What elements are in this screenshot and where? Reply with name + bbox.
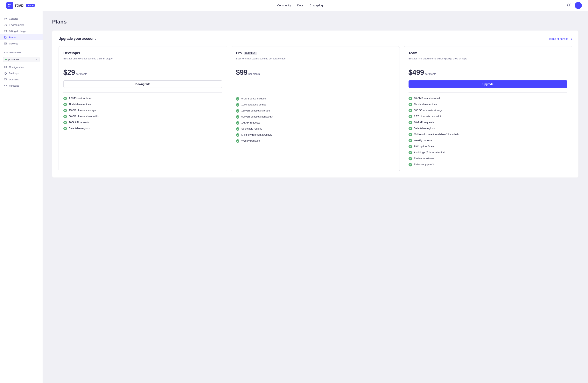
sidebar-item-domains[interactable]: Domains bbox=[0, 76, 42, 82]
feature-text: Weekly backups bbox=[414, 139, 432, 142]
feature-item: Selectable regions bbox=[409, 127, 567, 130]
check-icon bbox=[409, 121, 412, 124]
plans-icon bbox=[4, 36, 7, 39]
sidebar-item-configuration[interactable]: Configuration bbox=[0, 64, 42, 70]
plan-name-row-pro: Pro CURRENT bbox=[236, 51, 395, 55]
sidebar-label-general: General bbox=[9, 17, 18, 20]
check-icon bbox=[409, 133, 412, 136]
feature-text: 500 GB of assets storage bbox=[414, 109, 442, 112]
check-icon bbox=[236, 121, 239, 125]
feature-item: 500 GB of assets bandwidth bbox=[236, 115, 395, 119]
domains-icon bbox=[4, 78, 7, 81]
check-icon bbox=[63, 121, 67, 124]
price-amount-team: $499 bbox=[409, 68, 424, 77]
feature-text: Selectable regions bbox=[414, 127, 435, 130]
check-icon bbox=[236, 139, 239, 143]
feature-text: Multi-environment available (2 included) bbox=[414, 133, 459, 136]
check-icon bbox=[409, 103, 412, 106]
plan-name-team: Team bbox=[409, 51, 418, 55]
feature-text: 500 GB of assets bandwidth bbox=[241, 115, 273, 118]
feature-text: 15 GB of assets storage bbox=[69, 109, 96, 112]
sidebar-item-billing[interactable]: Billing & Usage bbox=[0, 28, 42, 34]
feature-text: Multi-environment available bbox=[241, 133, 272, 136]
check-icon bbox=[409, 97, 412, 100]
current-badge: CURRENT bbox=[244, 52, 257, 55]
sidebar-item-variables[interactable]: Variables bbox=[0, 82, 42, 89]
check-icon bbox=[63, 103, 67, 106]
environment-selector[interactable]: production ▾ bbox=[3, 57, 40, 62]
terms-label: Terms of service bbox=[548, 37, 568, 40]
feature-text: 1M API requests bbox=[241, 121, 260, 124]
plan-developer: Developer Best for an individual buildin… bbox=[59, 46, 227, 171]
backups-icon bbox=[4, 72, 7, 75]
feature-list-pro: 5 CMS seats included 100k database entri… bbox=[236, 97, 395, 143]
feature-item: Multi-environment available bbox=[236, 133, 395, 137]
nav-changelog[interactable]: Changelog bbox=[310, 4, 323, 7]
check-icon bbox=[63, 115, 67, 118]
check-icon bbox=[63, 109, 67, 112]
general-icon bbox=[4, 17, 7, 20]
check-icon bbox=[409, 145, 412, 148]
check-icon bbox=[236, 133, 239, 137]
feature-item: 150 GB of assets storage bbox=[236, 109, 395, 113]
nav-community[interactable]: Community bbox=[277, 4, 291, 7]
upgrade-button[interactable]: Upgrade bbox=[409, 80, 567, 88]
check-icon bbox=[409, 109, 412, 112]
sidebar-label-domains: Domains bbox=[9, 78, 19, 81]
plan-name-developer: Developer bbox=[63, 51, 80, 55]
sidebar-item-environments[interactable]: Environments bbox=[0, 22, 42, 28]
feature-text: Releases (up to 3) bbox=[414, 163, 435, 166]
feature-list-team: 10 CMS seats included 1M database entrie… bbox=[409, 96, 567, 166]
page-title: Plans bbox=[52, 19, 579, 25]
downgrade-button[interactable]: Downgrade bbox=[63, 80, 222, 88]
feature-item: Multi-environment available (2 included) bbox=[409, 133, 567, 136]
navbar-actions bbox=[566, 2, 582, 9]
pricing-grid: Developer Best for an individual buildin… bbox=[59, 46, 572, 171]
feature-text: 100k API requests bbox=[69, 121, 89, 124]
check-icon bbox=[409, 115, 412, 118]
plan-desc-team: Best for mid-sized teams building large … bbox=[409, 57, 567, 64]
sidebar-item-backups[interactable]: Backups bbox=[0, 70, 42, 76]
feature-item: 100k database entries bbox=[236, 103, 395, 107]
feature-item: 1M API requests bbox=[236, 121, 395, 125]
sidebar-label-billing: Billing & Usage bbox=[9, 30, 26, 33]
plan-name-pro: Pro bbox=[236, 51, 242, 55]
feature-item: 10M API requests bbox=[409, 121, 567, 124]
chevron-down-icon: ▾ bbox=[36, 58, 37, 61]
user-avatar[interactable] bbox=[575, 2, 582, 9]
svg-rect-6 bbox=[4, 30, 7, 32]
svg-rect-8 bbox=[4, 43, 7, 44]
invoices-icon bbox=[4, 42, 7, 45]
notification-bell[interactable] bbox=[566, 2, 572, 9]
check-icon bbox=[236, 109, 239, 113]
sidebar-item-general[interactable]: General bbox=[0, 16, 42, 22]
check-icon bbox=[409, 163, 412, 166]
environment-section-label: Environment bbox=[0, 48, 42, 55]
env-value: production bbox=[8, 58, 35, 61]
terms-of-service-link[interactable]: Terms of service bbox=[548, 37, 572, 40]
sidebar-label-configuration: Configuration bbox=[9, 66, 24, 69]
billing-icon bbox=[4, 30, 7, 33]
svg-rect-2 bbox=[8, 6, 10, 7]
svg-point-3 bbox=[5, 18, 6, 19]
plan-desc-pro: Best for small teams building corporate … bbox=[236, 57, 395, 64]
feature-text: 1 TB of assets bandwidth bbox=[414, 115, 442, 118]
feature-item: 15 GB of assets storage bbox=[63, 109, 222, 112]
sidebar-item-plans[interactable]: Plans bbox=[0, 34, 42, 40]
feature-text: Audit logs (7 days retention) bbox=[414, 151, 445, 154]
check-icon bbox=[236, 103, 239, 107]
feature-text: 10 CMS seats included bbox=[414, 96, 440, 100]
feature-text: 150 GB of assets storage bbox=[241, 109, 270, 113]
plan-team: Team Best for mid-sized teams building l… bbox=[404, 46, 572, 171]
feature-item: 50 GB of assets bandwidth bbox=[63, 115, 222, 118]
sidebar-item-invoices[interactable]: Invoices bbox=[0, 40, 42, 47]
brand-badge: CLOUD bbox=[26, 4, 35, 7]
sidebar-label-variables: Variables bbox=[9, 84, 19, 87]
external-link-icon bbox=[569, 38, 572, 40]
check-icon bbox=[63, 127, 67, 130]
feature-text: Review workflows bbox=[414, 157, 434, 160]
svg-rect-1 bbox=[10, 4, 11, 5]
nav-docs[interactable]: Docs bbox=[297, 4, 304, 7]
variables-icon bbox=[4, 84, 7, 87]
plan-price-pro: $99 per month bbox=[236, 68, 395, 77]
